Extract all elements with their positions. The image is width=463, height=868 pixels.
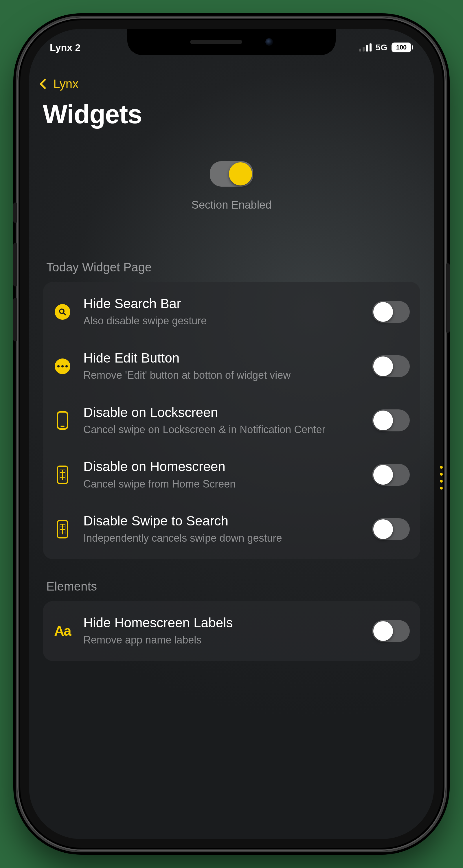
setting-row: Disable on Lockscreen Cancel swipe on Lo… bbox=[53, 394, 410, 448]
settings-panel-today: Hide Search Bar Also disable swipe gestu… bbox=[43, 282, 420, 559]
side-indicator-dots bbox=[440, 466, 443, 490]
volume-down-btn bbox=[13, 298, 18, 341]
status-app-name: Lynx 2 bbox=[50, 42, 81, 53]
settings-content: Lynx Widgets Section Enabled Today Widge… bbox=[29, 29, 434, 839]
phone-grid-icon bbox=[53, 466, 72, 484]
notch bbox=[127, 29, 336, 55]
power-btn bbox=[445, 263, 450, 333]
chevron-left-icon bbox=[40, 79, 50, 89]
mute-switch bbox=[13, 203, 18, 223]
svg-point-0 bbox=[60, 309, 64, 313]
setting-row: Disable Swipe to Search Independently ca… bbox=[53, 502, 410, 556]
network-label: 5G bbox=[376, 42, 388, 52]
setting-title: Disable Swipe to Search bbox=[83, 513, 361, 529]
back-label: Lynx bbox=[53, 77, 79, 91]
screen: Lynx 2 5G 100 Lynx Widgets bbox=[29, 29, 434, 839]
more-dots-icon bbox=[53, 357, 72, 376]
setting-subtitle: Also disable swipe gesture bbox=[83, 314, 361, 328]
setting-toggle[interactable] bbox=[372, 518, 410, 540]
setting-subtitle: Cancel swipe from Home Screen bbox=[83, 477, 361, 491]
volume-up-btn bbox=[13, 243, 18, 286]
setting-row: Hide Search Bar Also disable swipe gestu… bbox=[53, 285, 410, 339]
setting-toggle[interactable] bbox=[372, 355, 410, 377]
setting-toggle[interactable] bbox=[372, 301, 410, 323]
battery-icon: 100 bbox=[392, 42, 413, 52]
signal-bars-icon bbox=[359, 43, 372, 52]
device-frame: Lynx 2 5G 100 Lynx Widgets bbox=[18, 18, 445, 850]
setting-title: Hide Homescreen Labels bbox=[83, 615, 361, 631]
text-aa-icon: Aa bbox=[53, 622, 72, 640]
setting-subtitle: Remove app name labels bbox=[83, 633, 361, 647]
front-camera bbox=[265, 38, 273, 46]
setting-title: Hide Edit Button bbox=[83, 350, 361, 366]
setting-toggle[interactable] bbox=[372, 464, 410, 486]
setting-title: Hide Search Bar bbox=[83, 296, 361, 312]
setting-toggle[interactable] bbox=[372, 620, 410, 642]
setting-row: Aa Hide Homescreen Labels Remove app nam… bbox=[53, 604, 410, 658]
setting-subtitle: Cancel swipe on Lockscreen & in Notifica… bbox=[83, 423, 361, 437]
phone-outline-icon bbox=[53, 411, 72, 430]
setting-title: Disable on Homescreen bbox=[83, 459, 361, 474]
setting-row: Hide Edit Button Remove 'Edit' button at… bbox=[53, 339, 410, 394]
section-enabled-label: Section Enabled bbox=[191, 199, 272, 211]
setting-subtitle: Independently cancels swipe down gesture bbox=[83, 531, 361, 546]
section-enabled-toggle[interactable] bbox=[210, 161, 253, 187]
svg-line-1 bbox=[64, 313, 66, 315]
setting-toggle[interactable] bbox=[372, 409, 410, 431]
setting-subtitle: Remove 'Edit' button at botton of widget… bbox=[83, 368, 361, 382]
search-icon bbox=[53, 303, 72, 321]
page-title: Widgets bbox=[43, 99, 420, 129]
battery-level: 100 bbox=[392, 42, 411, 52]
phone-grid-icon bbox=[53, 520, 72, 538]
group-header: Elements bbox=[46, 580, 417, 593]
setting-row: Disable on Homescreen Cancel swipe from … bbox=[53, 447, 410, 502]
group-header: Today Widget Page bbox=[46, 260, 417, 274]
settings-panel-elements: Aa Hide Homescreen Labels Remove app nam… bbox=[43, 601, 420, 661]
earpiece bbox=[190, 40, 242, 44]
back-button[interactable]: Lynx bbox=[41, 77, 420, 91]
setting-title: Disable on Lockscreen bbox=[83, 404, 361, 421]
